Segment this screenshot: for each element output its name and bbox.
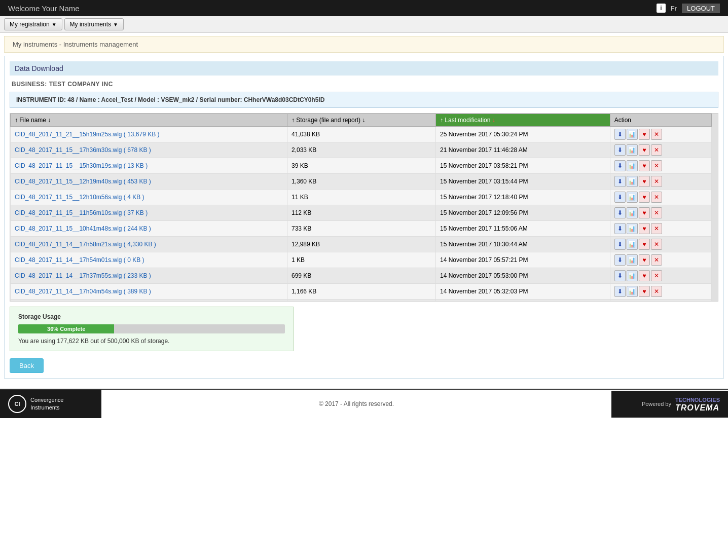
file-table-wrapper: ↑ File name ↓ ↑ Storage (file and report… [10,113,718,302]
main-content: Data Download BUSINESS: TEST COMPANY INC… [4,56,724,379]
favorite-icon[interactable]: ♥ [639,254,650,266]
delete-icon[interactable]: ✕ [651,254,662,266]
download-icon[interactable]: ⬇ [614,239,626,250]
table-row: CID_48_2017_11_15__10h41m48s.wlg ( 244 K… [11,221,712,237]
col-filename-sort-down: ↓ [48,117,51,124]
delete-icon[interactable]: ✕ [651,129,662,140]
file-link[interactable]: CID_48_2017_11_21__15h19m25s.wlg ( 13,67… [15,131,160,138]
delete-icon[interactable]: ✕ [651,286,662,297]
file-link[interactable]: CID_48_2017_11_14__17h37m55s.wlg ( 233 K… [15,272,151,279]
chart-icon[interactable]: 📊 [627,176,638,187]
my-instruments-button[interactable]: My instruments ▼ [64,18,124,30]
file-cell: CID_48_2017_11_15__12h19m40s.wlg ( 453 K… [11,174,287,190]
download-icon[interactable]: ⬇ [614,176,626,187]
file-link[interactable]: CID_48_2017_11_15__10h41m48s.wlg ( 244 K… [15,225,151,232]
action-cell: ⬇📊♥✕ [610,284,711,300]
chart-icon[interactable]: 📊 [627,207,638,218]
chart-icon[interactable]: 📊 [627,286,638,297]
chart-icon[interactable]: 📊 [627,144,638,156]
file-link[interactable]: CID_48_2017_11_15__11h56m10s.wlg ( 37 KB… [15,209,148,216]
download-icon[interactable]: ⬇ [614,144,626,156]
chart-icon[interactable]: 📊 [627,192,638,203]
table-scroll-container[interactable]: ↑ File name ↓ ↑ Storage (file and report… [10,114,718,301]
file-cell: CID_48_2017_11_14__17h37m55s.wlg ( 233 K… [11,268,287,284]
logout-button[interactable]: LOGOUT [682,4,720,13]
file-link[interactable]: CID_48_2017_11_14__17h04m54s.wlg ( 389 K… [15,288,151,295]
file-cell: CID_48_2017_11_15__15h30m19s.wlg ( 13 KB… [11,158,287,174]
file-table: ↑ File name ↓ ↑ Storage (file and report… [10,114,712,301]
table-row: CID_48_2017_11_15__12h10m56s.wlg ( 4 KB … [11,190,712,205]
delete-icon[interactable]: ✕ [651,176,662,187]
file-cell: CID_48_2017_11_14__17h04m54s.wlg ( 389 K… [11,284,287,300]
chart-icon[interactable]: 📊 [627,223,638,234]
favorite-icon[interactable]: ♥ [639,192,650,203]
delete-icon[interactable]: ✕ [651,160,662,171]
col-modified[interactable]: ↑ Last modification ↓ [436,114,610,127]
col-filename[interactable]: ↑ File name ↓ [11,114,287,127]
header-right: i Fr LOGOUT [657,4,720,13]
chart-icon[interactable]: 📊 [627,270,638,281]
download-icon[interactable]: ⬇ [614,223,626,234]
modified-cell: 14 November 2017 05:03:50 PM [436,300,610,302]
col-filename-sort-up: ↑ [15,117,18,124]
back-button[interactable]: Back [10,358,44,373]
favorite-icon[interactable]: ♥ [639,144,650,156]
col-storage[interactable]: ↑ Storage (file and report) ↓ [287,114,435,127]
modified-cell: 15 November 2017 12:18:40 PM [436,190,610,205]
section-title: Data Download [10,61,718,76]
chart-icon[interactable]: 📊 [627,254,638,266]
storage-cell: 1 KB [287,252,435,268]
table-row: CID_48_2017_11_15__17h36m30s.wlg ( 678 K… [11,142,712,158]
powered-by-label: Powered by [642,401,671,407]
download-icon[interactable]: ⬇ [614,192,626,203]
file-link[interactable]: CID_48_2017_11_14__17h54m01s.wlg ( 0 KB … [15,256,144,264]
favorite-icon[interactable]: ♥ [639,239,650,250]
col-storage-sort-up: ↑ [292,117,295,124]
file-cell: CID_48_2017_11_14__17h00m00s.wlg ( 26 KB… [11,300,287,302]
file-cell: CID_48_2017_11_15__12h10m56s.wlg ( 4 KB … [11,190,287,205]
download-icon[interactable]: ⬇ [614,129,626,140]
progress-label: 36% Complete [47,326,85,332]
delete-icon[interactable]: ✕ [651,144,662,156]
file-table-body: CID_48_2017_11_21__15h19m25s.wlg ( 13,67… [11,127,712,302]
download-icon[interactable]: ⬇ [614,286,626,297]
header: Welcome Your Name i Fr LOGOUT [0,0,728,16]
file-link[interactable]: CID_48_2017_11_15__12h19m40s.wlg ( 453 K… [15,178,151,185]
favorite-icon[interactable]: ♥ [639,286,650,297]
ci-logo-icon: CI [8,395,26,413]
file-link[interactable]: CID_48_2017_11_15__17h36m30s.wlg ( 678 K… [15,146,151,154]
favorite-icon[interactable]: ♥ [639,270,650,281]
favorite-icon[interactable]: ♥ [639,160,650,171]
modified-cell: 15 November 2017 03:58:21 PM [436,158,610,174]
info-icon[interactable]: i [657,4,666,13]
delete-icon[interactable]: ✕ [651,192,662,203]
chart-icon[interactable]: 📊 [627,160,638,171]
delete-icon[interactable]: ✕ [651,207,662,218]
delete-icon[interactable]: ✕ [651,223,662,234]
favorite-icon[interactable]: ♥ [639,207,650,218]
download-icon[interactable]: ⬇ [614,270,626,281]
download-icon[interactable]: ⬇ [614,207,626,218]
favorite-icon[interactable]: ♥ [639,176,650,187]
modified-cell: 21 November 2017 11:46:28 AM [436,142,610,158]
action-cell: ⬇📊♥✕ [610,300,711,302]
file-link[interactable]: CID_48_2017_11_15__15h30m19s.wlg ( 13 KB… [15,162,148,169]
navbar: My registration ▼ My instruments ▼ [0,16,728,33]
favorite-icon[interactable]: ♥ [639,129,650,140]
my-instruments-arrow: ▼ [113,22,118,27]
file-link[interactable]: CID_48_2017_11_14__17h58m21s.wlg ( 4,330… [15,241,156,248]
file-link[interactable]: CID_48_2017_11_15__12h10m56s.wlg ( 4 KB … [15,194,144,201]
download-icon[interactable]: ⬇ [614,254,626,266]
action-cell: ⬇📊♥✕ [610,237,711,252]
download-icon[interactable]: ⬇ [614,160,626,171]
chart-icon[interactable]: 📊 [627,239,638,250]
language-selector[interactable]: Fr [671,5,677,12]
delete-icon[interactable]: ✕ [651,270,662,281]
my-registration-button[interactable]: My registration ▼ [4,18,62,30]
storage-cell: 11 KB [287,190,435,205]
delete-icon[interactable]: ✕ [651,239,662,250]
favorite-icon[interactable]: ♥ [639,223,650,234]
modified-cell: 25 November 2017 05:30:24 PM [436,127,610,142]
table-row: CID_48_2017_11_14__17h04m54s.wlg ( 389 K… [11,284,712,300]
chart-icon[interactable]: 📊 [627,129,638,140]
